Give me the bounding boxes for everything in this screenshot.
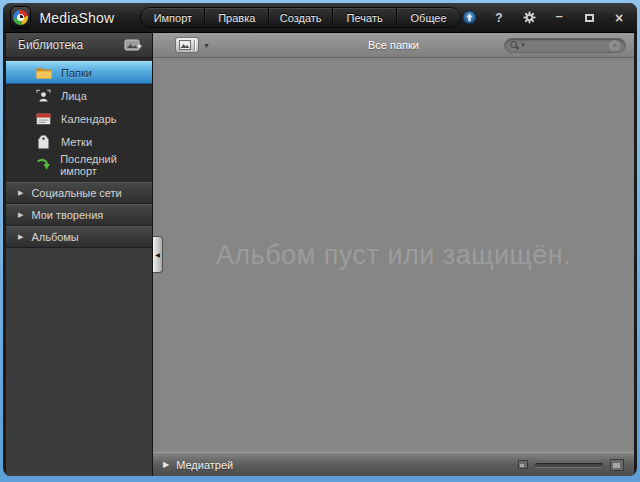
sidebar-item-label: Метки <box>61 136 92 148</box>
chevron-right-icon: ▶ <box>18 233 23 241</box>
album-content-area: ◀ Альбом пуст или защищён. <box>153 58 634 452</box>
library-title: Библиотека <box>18 38 83 52</box>
library-items: Папки Лица <box>6 58 152 176</box>
section-label: Мои творения <box>31 209 103 221</box>
section-label: Социальные сети <box>31 187 121 199</box>
photo-thumbnail-icon <box>179 40 191 50</box>
search-icon[interactable] <box>510 41 518 49</box>
window-body: Библиотека <box>3 33 637 476</box>
chevron-right-icon: ▶ <box>18 211 23 219</box>
menu-import[interactable]: Импорт <box>141 8 205 27</box>
calendar-icon <box>35 111 52 126</box>
menu-print[interactable]: Печать <box>333 8 397 27</box>
library-sections: ▶ Социальные сети ▶ Мои творения ▶ Альбо… <box>6 182 152 248</box>
sidebar-item-folders[interactable]: Папки <box>6 61 152 84</box>
view-dropdown-caret-icon[interactable]: ▼ <box>203 42 210 49</box>
sidebar-header: Библиотека <box>6 33 152 58</box>
thumbnail-zoom-control <box>518 459 624 471</box>
chevron-right-icon: ▶ <box>18 189 23 197</box>
menu-create[interactable]: Создать <box>269 8 333 27</box>
titlebar: MediaShow Импорт Правка Создать Печать О… <box>3 3 637 33</box>
search-box: ▼ × <box>504 38 626 53</box>
menu-edit[interactable]: Правка <box>205 8 269 27</box>
add-media-icon[interactable] <box>124 38 142 52</box>
media-tray-label[interactable]: Медиатрей <box>176 459 233 471</box>
menu-share[interactable]: Общее <box>397 8 460 27</box>
section-my-creations[interactable]: ▶ Мои творения <box>6 204 152 226</box>
sidebar-collapse-handle[interactable]: ◀ <box>153 236 163 273</box>
clear-search-icon[interactable]: × <box>609 40 620 51</box>
section-albums[interactable]: ▶ Альбомы <box>6 226 152 248</box>
sidebar-filler <box>6 248 152 476</box>
sidebar-item-label: Календарь <box>61 113 117 125</box>
help-button[interactable]: ? <box>491 10 507 26</box>
sidebar-item-calendar[interactable]: Календарь <box>6 107 152 130</box>
zoom-out-thumbnail-icon[interactable] <box>518 460 528 469</box>
section-social-networks[interactable]: ▶ Социальные сети <box>6 182 152 204</box>
window-frame: MediaShow Импорт Правка Создать Печать О… <box>0 0 640 482</box>
app-title: MediaShow <box>39 10 114 26</box>
sidebar-item-recent-import[interactable]: Последний импорт <box>6 153 152 176</box>
media-tray-bar: ▶ Медиатрей <box>153 452 634 476</box>
close-button[interactable]: × <box>611 10 627 26</box>
library-sidebar: Библиотека <box>6 33 153 476</box>
main-panel: Все папки ▼ ▼ × <box>153 33 634 476</box>
faces-icon <box>35 88 52 103</box>
search-options-caret-icon[interactable]: ▼ <box>520 42 526 48</box>
sidebar-item-label: Лица <box>61 90 87 102</box>
sidebar-item-faces[interactable]: Лица <box>6 84 152 107</box>
maximize-button[interactable] <box>581 10 597 26</box>
chevron-left-icon: ◀ <box>155 251 160 258</box>
titlebar-controls: ? – × <box>461 10 627 26</box>
folder-icon <box>35 65 52 80</box>
main-menu: Импорт Правка Создать Печать Общее <box>140 7 461 28</box>
zoom-in-thumbnail-icon[interactable] <box>610 459 624 471</box>
browser-toolbar: Все папки ▼ ▼ × <box>153 33 634 58</box>
settings-gear-icon[interactable] <box>521 10 537 26</box>
mediashow-swirl-icon <box>13 10 28 25</box>
sidebar-item-tags[interactable]: Метки <box>6 130 152 153</box>
view-mode-button[interactable] <box>175 37 199 53</box>
tags-icon <box>35 134 52 149</box>
sidebar-item-label: Последний импорт <box>60 153 152 177</box>
section-label: Альбомы <box>31 231 78 243</box>
search-input[interactable] <box>529 40 609 51</box>
empty-album-message: Альбом пуст или защищён. <box>216 240 571 271</box>
zoom-slider[interactable] <box>535 463 603 467</box>
recent-import-icon <box>35 157 51 172</box>
minimize-button[interactable]: – <box>551 8 567 24</box>
mediashow-window: MediaShow Импорт Правка Создать Печать О… <box>3 3 637 476</box>
sidebar-item-label: Папки <box>61 67 92 79</box>
tray-expand-icon[interactable]: ▶ <box>163 460 169 469</box>
app-logo-icon <box>11 7 30 28</box>
upgrade-icon[interactable] <box>461 10 477 26</box>
